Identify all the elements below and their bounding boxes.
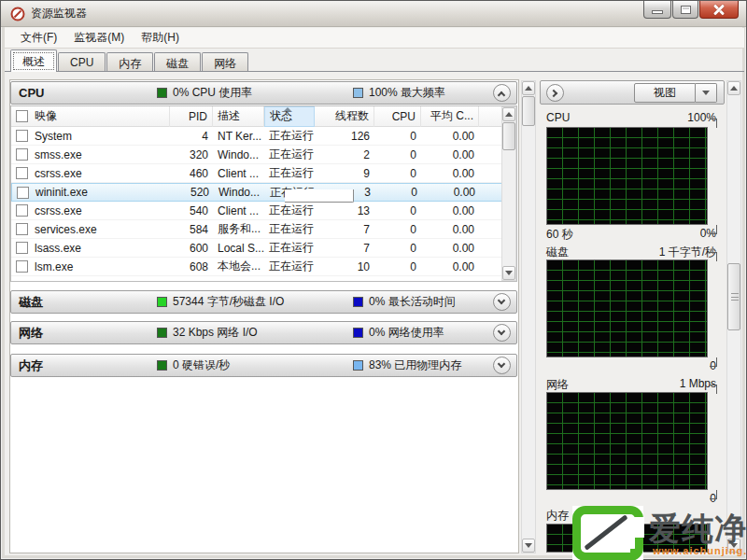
- maximize-button[interactable]: [672, 1, 698, 19]
- col-avg-cpu-label: 平均 C...: [430, 108, 473, 124]
- tab-network[interactable]: 网络: [202, 52, 248, 72]
- cell-threads: 9: [315, 167, 374, 180]
- tab-strip: 概述 CPU 内存 磁盘 网络: [5, 49, 744, 72]
- tab-cpu-label: CPU: [70, 56, 93, 69]
- right-pane-scrollbar[interactable]: [726, 80, 741, 553]
- row-checkbox[interactable]: [16, 223, 28, 235]
- view-button[interactable]: 视图: [634, 83, 696, 103]
- cpu-graph-labels: CPU 100%: [546, 111, 716, 126]
- cell-status: 正在运行: [264, 203, 315, 218]
- tab-memory-label: 内存: [119, 57, 141, 70]
- memory-faults-swatch: [157, 360, 167, 371]
- network-section-header[interactable]: 网络 32 Kbps 网络 I/O 0% 网络使用率: [10, 321, 517, 344]
- right-scrollbar-thumb[interactable]: [727, 263, 740, 330]
- table-scroll-down-button[interactable]: [502, 266, 515, 280]
- image-name: csrss.exe: [35, 167, 82, 180]
- col-header-avg-cpu[interactable]: 平均 C...: [421, 106, 479, 127]
- menu-monitor[interactable]: 监视器(M): [65, 27, 133, 49]
- chevron-down-icon: [498, 297, 505, 304]
- arrow-down-icon: [525, 543, 532, 548]
- tab-overview[interactable]: 概述: [10, 49, 57, 72]
- table-row[interactable]: lsm.exe 608 本地会... 正在运行 10 0 0.00: [11, 258, 516, 276]
- row-checkbox[interactable]: [17, 187, 29, 199]
- col-header-threads[interactable]: 线程数: [315, 106, 374, 127]
- minimize-icon: [652, 10, 663, 14]
- memory-faults-label: 0 硬错误/秒: [173, 357, 230, 373]
- col-threads-label: 线程数: [335, 108, 369, 124]
- table-row[interactable]: System 4 NT Ker... 正在运行 126 0 0.00: [11, 127, 516, 146]
- memory-section-header[interactable]: 内存 0 硬错误/秒 83% 已用物理内存: [10, 354, 517, 377]
- col-header-description[interactable]: 描述: [213, 106, 264, 127]
- table-header-row: 映像 PID 描述 状态 线程数 CPU 平均 C...: [11, 106, 516, 127]
- image-name: System: [35, 130, 72, 143]
- network-io-label: 32 Kbps 网络 I/O: [173, 325, 258, 341]
- table-row[interactable]: csrss.exe 460 Client ... 正在运行 9 0 0.00: [11, 164, 516, 183]
- close-button[interactable]: [699, 1, 739, 19]
- dropdown-arrow-icon: [702, 91, 710, 95]
- disk-legend-io: 57344 字节/秒磁盘 I/O: [157, 294, 353, 310]
- left-scrollbar-thumb[interactable]: [522, 96, 535, 126]
- col-cpu-label: CPU: [392, 110, 416, 123]
- row-checkbox[interactable]: [16, 130, 28, 142]
- tab-disk[interactable]: 磁盘: [154, 52, 201, 72]
- left-scroll-down-button[interactable]: [522, 539, 535, 553]
- cpu-graph: [546, 127, 708, 225]
- arrow-up-icon: [505, 112, 513, 117]
- cell-image: wininit.exe: [12, 186, 171, 199]
- disk-expand-button[interactable]: [493, 293, 511, 311]
- memory-expand-button[interactable]: [493, 357, 511, 374]
- menu-help[interactable]: 帮助(H): [133, 27, 188, 49]
- maximize-icon: [681, 6, 691, 14]
- cell-status: 正在运行: [264, 259, 315, 274]
- network-legend-io: 32 Kbps 网络 I/O: [157, 325, 353, 341]
- col-description-label: 描述: [218, 108, 240, 124]
- right-scroll-up-button[interactable]: [727, 81, 740, 95]
- menu-file[interactable]: 文件(F): [12, 27, 65, 49]
- cpu-collapse-button[interactable]: [493, 84, 511, 102]
- left-pane-scrollbar[interactable]: [521, 80, 536, 553]
- table-row[interactable]: services.exe 584 服务和... 正在运行 7 0 0.00: [11, 220, 516, 239]
- tab-cpu[interactable]: CPU: [58, 52, 106, 72]
- row-checkbox[interactable]: [16, 167, 28, 179]
- network-graph-labels: 网络 1 Mbps: [546, 377, 716, 392]
- col-header-cpu[interactable]: CPU: [374, 106, 421, 127]
- network-expand-button[interactable]: [493, 324, 511, 342]
- table-row[interactable]: csrss.exe 540 Client ... 正在运行 13 0 0.00: [11, 202, 516, 220]
- memory-legend-used: 83% 已用物理内存: [353, 357, 493, 373]
- table-scrollbar[interactable]: [501, 106, 516, 281]
- cell-cpu: 0: [374, 204, 421, 217]
- title-bar[interactable]: 资源监视器: [1, 1, 746, 27]
- col-header-pid[interactable]: PID: [170, 106, 213, 127]
- col-header-image[interactable]: 映像: [11, 106, 170, 127]
- cell-status: 正在运行: [264, 128, 315, 144]
- row-checkbox[interactable]: [16, 260, 28, 273]
- cell-image: System: [11, 130, 170, 143]
- image-name: smss.exe: [35, 148, 82, 161]
- row-checkbox[interactable]: [16, 242, 28, 254]
- table-row[interactable]: smss.exe 320 Windo... 正在运行 2 0 0.00: [11, 146, 516, 164]
- cell-pid: 460: [170, 167, 213, 180]
- thumb-grip: [731, 293, 739, 301]
- row-checkbox[interactable]: [16, 148, 28, 161]
- table-scrollbar-thumb[interactable]: [502, 122, 515, 150]
- memory-section-title: 内存: [19, 357, 131, 374]
- panel-expand-button[interactable]: [546, 84, 564, 102]
- cell-image: csrss.exe: [11, 167, 170, 180]
- row-checkbox[interactable]: [16, 204, 28, 217]
- disk-active-swatch: [353, 297, 363, 307]
- select-all-checkbox[interactable]: [16, 110, 28, 122]
- left-scroll-up-button[interactable]: [522, 81, 535, 95]
- minimize-button[interactable]: [643, 1, 671, 19]
- table-row[interactable]: lsass.exe 600 Local S... 正在运行 7 0 0.00: [11, 239, 516, 258]
- cell-threads: 7: [315, 223, 374, 236]
- table-row-selected[interactable]: wininit.exe 520 Windo... 正在运行 3 0 0.00: [11, 183, 516, 202]
- resource-monitor-window: 资源监视器 文件(F) 监视器(M) 帮助(H) 概述 CPU 内存 磁盘 网络…: [0, 0, 747, 560]
- cpu-freq-label: 100% 最大频率: [369, 85, 445, 101]
- table-scroll-up-button[interactable]: [502, 107, 515, 121]
- tab-memory[interactable]: 内存: [106, 52, 153, 72]
- disk-section-header[interactable]: 磁盘 57344 字节/秒磁盘 I/O 0% 最长活动时间: [10, 290, 517, 314]
- view-dropdown-button[interactable]: [696, 83, 717, 103]
- cell-threads: 7: [315, 242, 374, 255]
- cpu-section-header[interactable]: CPU 0% CPU 使用率 100% 最大频率: [10, 81, 517, 105]
- col-header-status[interactable]: 状态: [264, 106, 315, 127]
